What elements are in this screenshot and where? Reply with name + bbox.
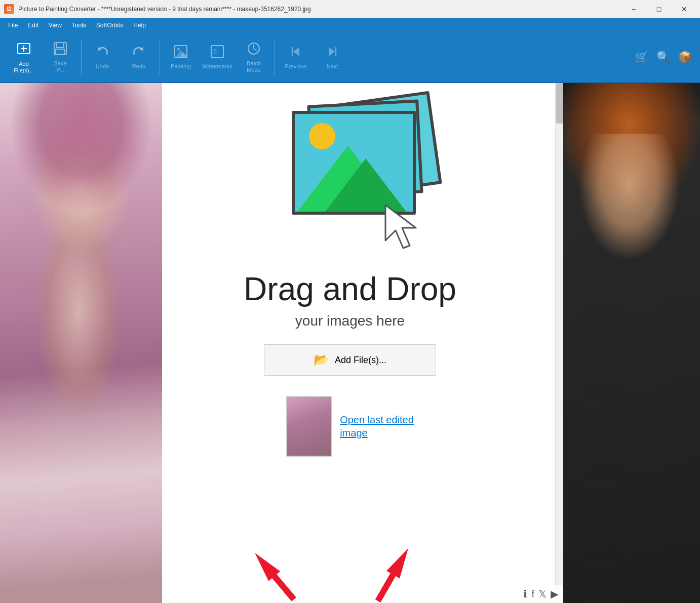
watermarks-icon: © [210,44,225,61]
title-bar-title: Picture to Painting Converter - ****Unre… [18,6,311,13]
toolbar-add-files-button[interactable]: AddFile(s)... [6,37,42,77]
toolbar-painting-button: Painting [163,37,199,77]
cart-icon[interactable]: 🛒 [633,49,650,66]
svg-marker-20 [249,548,300,603]
title-bar: 🖼 Picture to Painting Converter - ****Un… [0,0,700,18]
toolbar-save-button: SaveP... [43,37,78,77]
red-arrows-container [223,476,477,603]
save-icon [53,41,68,58]
folder-icon: 📂 [314,353,329,367]
menu-tools[interactable]: Tools [68,20,90,31]
toolbar-next-button: Next [315,37,350,77]
app-icon: 🖼 [4,4,14,14]
last-image-thumbnail [286,396,332,457]
last-image-preview [287,397,331,456]
undo-icon [95,44,110,61]
side-image-right [563,83,700,603]
save-label: SaveP... [54,60,66,73]
maximize-button[interactable]: □ [647,0,671,18]
svg-marker-17 [329,47,335,56]
toolbar-watermarks-button: © Watermarks [200,37,235,77]
drag-drop-subtitle: your images here [295,313,405,329]
svg-rect-5 [56,49,65,54]
minimize-button[interactable]: − [622,0,645,18]
watermarks-label: Watermarks [203,63,232,70]
menu-edit[interactable]: Edit [24,20,43,31]
svg-marker-21 [371,545,415,603]
painting-icon [173,44,188,61]
redo-icon [131,44,146,61]
youtube-icon[interactable]: ▶ [551,588,558,600]
toolbar-batch-button: BatchMode [236,37,271,77]
svg-point-9 [177,48,180,51]
title-bar-left: 🖼 Picture to Painting Converter - ****Un… [4,4,311,14]
package-icon[interactable]: 📦 [676,49,694,66]
title-bar-controls: − □ ✕ [622,0,696,18]
menu-help[interactable]: Help [129,20,150,31]
toolbar-redo-button: Redo [121,37,157,77]
menu-file[interactable]: File [4,20,22,31]
batch-icon [246,41,261,58]
toolbar: AddFile(s)... SaveP... Undo Redo [0,32,700,83]
toolbar-separator-2 [160,39,160,75]
add-files-button-label: Add File(s)... [335,355,386,366]
close-button[interactable]: ✕ [673,0,696,18]
main-content: Drag and Drop your images here 📂 Add Fil… [0,83,700,603]
open-last-section: Open last editedimage [286,396,414,457]
add-files-button[interactable]: 📂 Add File(s)... [264,344,436,376]
bottom-right-icons: ℹ f 𝕏 ▶ [518,585,563,603]
dnd-illustration [264,93,436,265]
menu-view[interactable]: View [45,20,66,31]
svg-marker-19 [385,205,416,248]
batch-label: BatchMode [247,60,261,73]
toolbar-right-icons: 🛒 🔍 📦 [633,49,694,66]
previous-label: Previous [285,63,307,70]
previous-icon [288,44,303,61]
red-arrows-svg [223,476,477,603]
painting-label: Painting [171,63,191,70]
open-last-link[interactable]: Open last editedimage [340,413,414,439]
svg-text:©: © [213,48,218,56]
facebook-icon[interactable]: f [531,588,534,600]
next-icon [325,44,340,61]
toolbar-undo-button: Undo [85,37,120,77]
toolbar-previous-button: Previous [278,37,314,77]
add-files-icon [16,41,32,59]
add-files-label: AddFile(s)... [14,61,34,74]
redo-label: Redo [132,63,145,70]
twitter-icon[interactable]: 𝕏 [538,588,547,600]
toolbar-separator-1 [81,39,82,75]
info-icon[interactable]: ℹ [523,588,527,600]
side-image-left [0,83,162,603]
svg-rect-4 [57,43,64,48]
menu-bar: File Edit View Tools SoftOrbits Help [0,18,700,32]
center-area: Drag and Drop your images here 📂 Add Fil… [244,93,456,457]
toolbar-separator-3 [275,39,275,75]
scrollbar-thumb[interactable] [556,83,563,124]
svg-marker-15 [293,47,299,56]
menu-softorbits[interactable]: SoftOrbits [92,20,127,31]
scrollbar-vertical[interactable] [555,83,563,603]
drag-drop-title: Drag and Drop [244,270,456,308]
next-label: Next [327,63,338,70]
search-icon[interactable]: 🔍 [654,49,672,66]
undo-label: Undo [96,63,109,70]
